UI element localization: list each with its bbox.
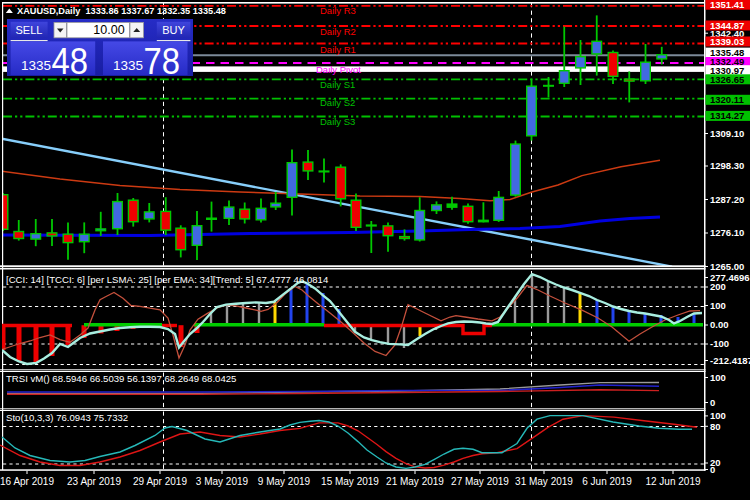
svg-text:10.00: 10.00	[93, 23, 124, 37]
svg-text:1265.00: 1265.00	[710, 261, 744, 272]
svg-text:[CCI: 14] [TCCI: 6] [per LSMA:: [CCI: 14] [TCCI: 6] [per LSMA: 25] [per …	[6, 274, 329, 285]
svg-text:1287.20: 1287.20	[710, 194, 744, 205]
svg-text:0: 0	[710, 397, 715, 408]
svg-text:23 Apr 2019: 23 Apr 2019	[67, 476, 121, 487]
svg-text:27 May 2019: 27 May 2019	[451, 476, 509, 487]
svg-text:1335: 1335	[113, 58, 143, 73]
svg-text:16 Apr 2019: 16 Apr 2019	[0, 476, 54, 487]
svg-text:9 May 2019: 9 May 2019	[258, 476, 311, 487]
svg-text:-100: -100	[710, 338, 729, 349]
svg-text:1351.41: 1351.41	[710, 0, 745, 10]
svg-text:Sto(10,3,3) 76.0943 75.7332: Sto(10,3,3) 76.0943 75.7332	[6, 412, 128, 423]
svg-text:15 May 2019: 15 May 2019	[321, 476, 379, 487]
svg-text:1335: 1335	[21, 58, 51, 73]
svg-text:Daily R2: Daily R2	[320, 26, 356, 37]
svg-text:Daily S2: Daily S2	[320, 97, 355, 108]
svg-text:TRSI vM() 68.5946 66.5039 56.1: TRSI vM() 68.5946 66.5039 56.1397 68.264…	[6, 373, 236, 384]
svg-text:12 Jun 2019: 12 Jun 2019	[645, 476, 700, 487]
svg-text:1320.11: 1320.11	[710, 94, 745, 105]
svg-text:31 May 2019: 31 May 2019	[515, 476, 573, 487]
svg-text:6 Jun 2019: 6 Jun 2019	[582, 476, 632, 487]
svg-text:1276.10: 1276.10	[710, 227, 744, 238]
svg-text:3 May 2019: 3 May 2019	[196, 476, 249, 487]
svg-text:Daily Pivot: Daily Pivot	[316, 64, 361, 75]
svg-text:1298.30: 1298.30	[710, 160, 744, 171]
svg-text:0: 0	[710, 464, 715, 475]
svg-text:100: 100	[710, 372, 726, 383]
svg-text:29 Apr 2019: 29 Apr 2019	[133, 476, 187, 487]
svg-text:Daily S3: Daily S3	[320, 116, 355, 127]
svg-text:80: 80	[710, 421, 721, 432]
svg-text:1326.65: 1326.65	[710, 74, 745, 85]
svg-text:Daily R1: Daily R1	[320, 44, 356, 55]
svg-text:BUY: BUY	[162, 24, 185, 36]
svg-text:200: 200	[710, 281, 726, 292]
svg-text:SELL: SELL	[16, 24, 43, 36]
svg-text:48: 48	[52, 41, 89, 82]
svg-text:78: 78	[144, 41, 181, 82]
svg-text:Daily S1: Daily S1	[320, 79, 355, 90]
svg-text:XAUUSD,Daily 1333.86 1337.67: XAUUSD,Daily 1333.86 1337.67 1332.35 133…	[17, 6, 226, 16]
svg-text:100: 100	[710, 300, 726, 311]
svg-text:Daily R3: Daily R3	[320, 5, 356, 16]
svg-text:0.00: 0.00	[710, 319, 729, 330]
svg-text:1339.03: 1339.03	[710, 36, 744, 47]
svg-text:1309.10: 1309.10	[710, 128, 744, 139]
svg-text:100: 100	[710, 410, 726, 421]
svg-text:-212.4187: -212.4187	[710, 355, 750, 366]
svg-text:1314.27: 1314.27	[710, 110, 744, 121]
svg-text:21 May 2019: 21 May 2019	[386, 476, 444, 487]
